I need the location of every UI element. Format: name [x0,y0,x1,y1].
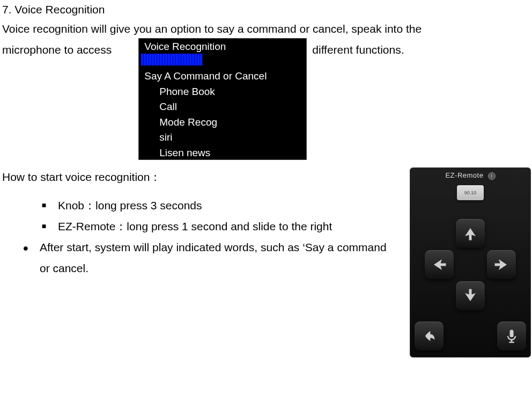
remote-mic-button[interactable] [497,322,526,351]
dpad-right-button[interactable] [487,250,516,279]
disc-bullet-icon: ● [23,237,29,257]
list-item: ■ Knob：long press 3 seconds [0,195,397,216]
microphone-icon [504,329,519,344]
vr-item: Call [144,99,301,115]
vr-screen-body: Say A Command or Cancel Phone Book Call … [139,65,306,164]
info-icon[interactable]: i [488,172,496,180]
ez-remote-illustration: EZ-Remote i 90.10 [410,167,531,357]
dpad-left-button[interactable] [425,250,454,279]
intro-line-1: Voice recognition will give you an optio… [0,19,532,39]
section-heading: 7. Voice Recognition [0,0,532,19]
remote-dpad [425,219,516,310]
remote-image-column: EZ-Remote i 90.10 [410,167,532,357]
instructions-column: How to start voice recognition： ■ Knob：l… [0,167,397,279]
remote-title-label: EZ-Remote [445,171,483,179]
arrow-down-icon [462,288,478,304]
dpad-up-button[interactable] [456,219,485,248]
remote-back-button[interactable] [415,322,444,351]
vr-screen-title: Voice Recognition [139,39,306,54]
howto-list: ■ Knob：long press 3 seconds ■ EZ-Remote：… [0,195,397,279]
remote-title: EZ-Remote i [410,171,530,180]
howto-heading: How to start voice recognition： [0,167,397,187]
vr-item: Mode Recog [144,115,301,130]
square-bullet-icon: ■ [41,216,47,234]
svg-rect-0 [510,330,514,338]
voice-recognition-screenshot: Voice Recognition Say A Command or Cance… [138,38,307,160]
list-item-text: Knob：long press 3 seconds [58,195,397,216]
arrow-up-icon [462,225,478,242]
svg-rect-2 [509,342,514,343]
vr-item: Phone Book [144,84,301,100]
vr-prompt: Say A Command or Cancel [144,69,301,84]
intro-wrap-row: microphone to access Voice Recognition S… [0,38,532,160]
vr-audio-level-meter [141,54,203,65]
list-item: ● After start, system will play indicate… [0,237,397,279]
square-bullet-icon: ■ [41,195,47,213]
page: 7. Voice Recognition Voice recognition w… [0,0,532,394]
arrow-left-icon [431,257,447,273]
list-item: ■ EZ-Remote：long press 1 second and slid… [0,216,397,237]
remote-frequency-badge: 90.10 [457,185,484,200]
back-icon [422,329,437,344]
arrow-right-icon [493,257,509,273]
intro-right-fragment: different functions. [312,38,404,60]
list-item-text: EZ-Remote：long press 1 second and slide … [58,216,397,237]
vr-item: siri [144,130,301,145]
vr-item: Lisen news [144,145,301,161]
intro-left-fragment: microphone to access [0,38,112,60]
dpad-down-button[interactable] [456,281,485,310]
list-item-text: After start, system will play indicated … [40,237,397,279]
